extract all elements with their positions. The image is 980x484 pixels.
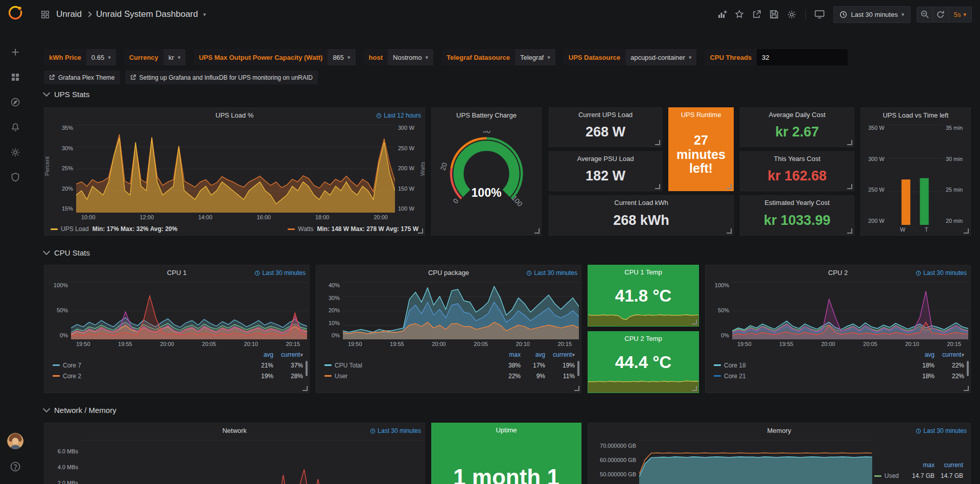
- panel-resize-handle[interactable]: [574, 386, 579, 391]
- panel-title[interactable]: Average Daily Cost: [768, 111, 825, 119]
- panel-resize-handle[interactable]: [655, 140, 660, 145]
- dashboard-link-ups-monitoring-guide[interactable]: Setting up Grafana and InfluxDB for UPS …: [125, 71, 318, 84]
- dashboards-button[interactable]: [9, 71, 21, 83]
- panel-resize-handle[interactable]: [964, 228, 969, 234]
- legend-series[interactable]: Used: [884, 472, 906, 479]
- alerting-button[interactable]: [9, 121, 21, 133]
- panel-time-override: Last 30 minutes: [916, 427, 967, 434]
- chart-memory[interactable]: [639, 440, 872, 484]
- panel-title[interactable]: UPS Load %: [216, 111, 253, 119]
- panel-resize-handle[interactable]: [847, 140, 852, 145]
- legend-series[interactable]: Core 18: [724, 362, 910, 369]
- axis-tick: 300 W: [868, 156, 884, 162]
- section-ups-stats[interactable]: UPS Stats: [44, 88, 89, 100]
- chart-ups-load[interactable]: [76, 125, 395, 213]
- panel-title[interactable]: CPU 2: [828, 269, 848, 276]
- add-panel-button[interactable]: [714, 7, 730, 22]
- panel-resize-handle[interactable]: [418, 228, 423, 234]
- panel-title[interactable]: CPU 1 Temp: [624, 268, 662, 276]
- legend-header-current[interactable]: current▾: [545, 351, 575, 358]
- panel-title[interactable]: CPU package: [428, 269, 469, 276]
- explore-button[interactable]: [9, 96, 21, 108]
- panel-resize-handle[interactable]: [727, 228, 732, 234]
- zoom-out-button[interactable]: [917, 7, 933, 22]
- panel-title[interactable]: CPU 2 Temp: [624, 335, 662, 342]
- legend-scrollbar[interactable]: [967, 361, 969, 376]
- panel-resize-handle[interactable]: [534, 228, 540, 234]
- panel-title[interactable]: This Years Cost: [774, 155, 820, 163]
- legend-series[interactable]: User: [335, 373, 496, 380]
- chart-cpu-2[interactable]: [732, 282, 968, 339]
- user-avatar[interactable]: [7, 433, 24, 449]
- chevron-down-icon[interactable]: ▾: [203, 12, 206, 17]
- star-button[interactable]: [732, 7, 747, 22]
- legend-series[interactable]: CPU Total: [335, 362, 496, 369]
- legend-series[interactable]: Core 7: [63, 362, 249, 369]
- legend-header[interactable]: avg: [910, 351, 935, 358]
- grafana-logo[interactable]: [7, 4, 24, 24]
- panel-title[interactable]: Current UPS Load: [578, 111, 633, 119]
- panel-resize-handle[interactable]: [847, 228, 852, 234]
- legend-header-current[interactable]: current▾: [273, 351, 303, 358]
- variable-value[interactable]: kr▾: [164, 49, 185, 65]
- chart-network[interactable]: [81, 440, 423, 484]
- legend-stats: Min: 148 W Max: 278 W Avg: 175 W: [317, 225, 419, 233]
- refresh-button[interactable]: [933, 7, 949, 22]
- configuration-button[interactable]: [9, 146, 21, 158]
- create-button[interactable]: [9, 46, 21, 58]
- panel-resize-handle[interactable]: [655, 184, 660, 189]
- panel-resize-handle[interactable]: [302, 386, 308, 391]
- cycle-view-mode-button[interactable]: [812, 7, 827, 22]
- save-button[interactable]: [766, 7, 782, 22]
- legend-header[interactable]: current: [935, 462, 963, 469]
- legend-scrollbar[interactable]: [306, 361, 308, 376]
- legend-header[interactable]: avg: [521, 351, 545, 358]
- panel-title[interactable]: Current Load kWh: [614, 199, 668, 206]
- legend-header[interactable]: max: [906, 462, 935, 469]
- dashboard-grid-icon[interactable]: [39, 8, 51, 20]
- panel-resize-handle[interactable]: [964, 386, 969, 391]
- panel-title[interactable]: Memory: [767, 427, 791, 434]
- cpu-threads-input[interactable]: [757, 49, 848, 65]
- section-network-memory[interactable]: Network / Memory: [44, 404, 116, 416]
- panel-resize-handle[interactable]: [847, 184, 852, 189]
- dashboard-title[interactable]: Unraid System Dashboard: [96, 9, 198, 19]
- panel-title[interactable]: UPS Runtime: [681, 111, 721, 119]
- dashboard-link-grafana-plex-theme[interactable]: Grafana Plex Theme: [44, 71, 120, 84]
- axis-tick: 14:00: [198, 214, 213, 223]
- chart-cpu-1[interactable]: [71, 282, 307, 339]
- legend-header[interactable]: avg: [249, 351, 273, 358]
- help-button[interactable]: [9, 460, 21, 473]
- variable-value[interactable]: 865▾: [328, 49, 355, 65]
- chart-ups-load-vs-time[interactable]: [888, 125, 943, 225]
- variable-value[interactable]: Nostromo▾: [388, 49, 433, 65]
- legend-header-current[interactable]: current▾: [935, 351, 964, 358]
- panel-title[interactable]: Average PSU Load: [577, 155, 634, 163]
- variable-value[interactable]: apcupsd-container▾: [625, 49, 697, 65]
- variable-value[interactable]: 0.65▾: [86, 49, 116, 65]
- time-range-picker[interactable]: Last 30 minutes ▾: [833, 6, 910, 23]
- panel-title[interactable]: Network: [222, 427, 247, 434]
- share-button[interactable]: [749, 7, 764, 22]
- panel-resize-handle[interactable]: [692, 386, 697, 391]
- panel-resize-handle[interactable]: [727, 184, 732, 189]
- server-admin-button[interactable]: [9, 171, 21, 183]
- section-cpu-stats[interactable]: CPU Stats: [44, 246, 90, 259]
- panel-title[interactable]: Uptime: [496, 426, 517, 434]
- legend-series[interactable]: Core 21: [724, 373, 910, 380]
- legend-scrollbar[interactable]: [577, 361, 579, 376]
- legend-series[interactable]: UPS Load: [61, 225, 89, 233]
- panel-resize-handle[interactable]: [692, 319, 697, 325]
- panel-title[interactable]: CPU 1: [167, 269, 186, 276]
- legend-header[interactable]: max: [496, 351, 521, 358]
- panel-title[interactable]: Estimated Yearly Cost: [764, 199, 829, 206]
- chart-cpu-package[interactable]: [343, 282, 579, 339]
- panel-title[interactable]: UPS Load vs Time left: [883, 111, 949, 119]
- legend-series[interactable]: Core 2: [63, 373, 249, 380]
- variable-value[interactable]: Telegraf▾: [515, 49, 555, 65]
- dashboard-settings-button[interactable]: [784, 7, 799, 22]
- panel-title[interactable]: UPS Battery Charge: [456, 111, 517, 119]
- legend-series[interactable]: Watts: [298, 225, 313, 233]
- breadcrumb-folder[interactable]: Unraid: [56, 9, 82, 19]
- refresh-interval-select[interactable]: 5s ▾: [949, 7, 971, 22]
